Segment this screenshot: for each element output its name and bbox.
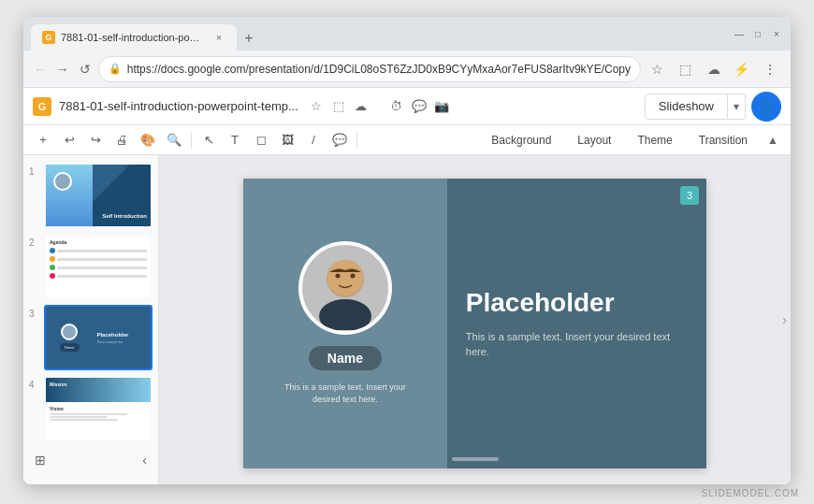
tab-close-button[interactable]: × (212, 31, 225, 44)
thumbnail-3[interactable]: 3 Name Placeholder This is a sample text… (29, 305, 153, 370)
title-bar: G 7881-01-self-introduction-powe... × + … (23, 17, 791, 50)
close-window-button[interactable]: × (770, 27, 783, 40)
thumb2-line-3 (57, 266, 147, 269)
history-icon[interactable]: ⏱ (386, 96, 407, 117)
bookmark-button[interactable]: ☆ (645, 56, 671, 82)
panel-bottom: ⊞ ‹ (29, 447, 153, 473)
cloud-button[interactable]: ☁ (701, 56, 727, 82)
minimize-button[interactable]: — (733, 27, 746, 40)
cloud-save-icon[interactable]: ☁ (351, 96, 371, 117)
slide-number-badge: 3 (680, 186, 699, 205)
thumb-img-3[interactable]: Name Placeholder This is a sample text. (44, 305, 153, 370)
refresh-button[interactable]: ↺ (76, 58, 94, 80)
shape-tool[interactable]: ◻ (249, 128, 273, 152)
canvas-right-arrow[interactable]: › (782, 312, 787, 327)
folder-icon[interactable]: ⬚ (328, 96, 349, 117)
forward-button[interactable]: → (53, 58, 72, 80)
thumb1-avatar (53, 172, 72, 191)
maximize-button[interactable]: □ (751, 27, 764, 40)
thumb2-dot-1 (50, 248, 55, 253)
format-tools: + ↩ ↪ 🖨 🎨 🔍 ↖ T ◻ 🖼 / 💬 (31, 128, 478, 152)
theme-button[interactable]: Theme (626, 130, 683, 151)
thumbnail-1[interactable]: 1 Self Introduction (29, 163, 153, 228)
thumb4-line-1 (50, 413, 127, 415)
thumb2-item-2 (50, 256, 147, 262)
back-button[interactable]: ← (31, 58, 50, 80)
slide-left-panel: Name This is a sample text. Insert your … (243, 179, 447, 468)
grid-view-icon[interactable]: ⊞ (35, 453, 46, 468)
thumb4-line-2 (50, 416, 108, 418)
transition-button[interactable]: Transition (688, 130, 759, 151)
comment-icon[interactable]: 💬 (409, 96, 429, 117)
thumb4-lines (50, 413, 147, 421)
thumb2-bg: Agenda (46, 236, 151, 297)
thumb4-title: Mission (50, 382, 67, 387)
thumbnail-4[interactable]: 4 Mission Vision (29, 376, 153, 441)
lock-icon: 🔒 (109, 63, 122, 75)
meet-icon[interactable]: 📷 (431, 96, 452, 117)
background-button[interactable]: Background (480, 130, 562, 151)
print-button[interactable]: 🖨 (109, 128, 134, 152)
star-icon[interactable]: ☆ (306, 96, 327, 117)
svg-point-2 (327, 260, 363, 295)
profile-button[interactable]: ⋮ (757, 56, 783, 82)
thumb4-bg: Mission Vision (46, 378, 151, 439)
app-favicon: G (33, 97, 51, 116)
address-actions: ☆ ⬚ ☁ ⚡ ⋮ (645, 56, 783, 82)
thumb-img-4[interactable]: Mission Vision (44, 376, 153, 441)
text-tool[interactable]: T (223, 128, 247, 152)
thumb2-dot-3 (50, 265, 55, 270)
cursor-tool[interactable]: ↖ (196, 128, 221, 152)
thumb2-title: Agenda (50, 239, 147, 245)
main-slide[interactable]: Name This is a sample text. Insert your … (243, 179, 706, 468)
screenshot-button[interactable]: ⬚ (673, 56, 699, 82)
slide-placeholder-title: Placeholder (466, 288, 688, 318)
thumbnails-panel: 1 Self Introduction 2 Agenda (23, 155, 159, 484)
app-tools: ⏱ 💬 📷 (386, 96, 452, 117)
thumbnail-2[interactable]: 2 Agenda (29, 234, 153, 299)
slide-placeholder-text: This is a sample text. Insert your desir… (466, 329, 688, 360)
collapse-toolbar-button[interactable]: ▲ (763, 130, 783, 151)
thumb-num-1: 1 (29, 166, 40, 177)
svg-point-3 (335, 274, 340, 279)
avatar-svg (303, 246, 387, 330)
thumb-num-3: 3 (29, 309, 40, 319)
thumb3-avatar (61, 324, 78, 340)
new-tab-button[interactable]: + (237, 26, 261, 50)
thumb2-line-4 (57, 275, 147, 278)
url-bar[interactable]: 🔒 https://docs.google.com/presentation/d… (98, 56, 641, 82)
add-tool-button[interactable]: + (31, 128, 55, 152)
slideshow-group: Slideshow ▾ 👤 (645, 92, 781, 122)
slide-name-label: Name (309, 346, 382, 370)
zoom-button[interactable]: 🔍 (162, 128, 186, 152)
collapse-panel-icon[interactable]: ‹ (142, 453, 147, 468)
app-title: 7881-01-self-introduction-powerpoint-tem… (59, 99, 298, 113)
watermark: SLIDEMODEL.COM (701, 488, 799, 498)
thumb2-line-2 (57, 258, 147, 261)
thumb4-bottom: Vision (46, 402, 151, 425)
image-tool[interactable]: 🖼 (275, 128, 299, 152)
share-button[interactable]: 👤 (751, 92, 781, 122)
comment-tool[interactable]: 💬 (327, 128, 352, 152)
line-tool[interactable]: / (301, 128, 326, 152)
thumb-img-2[interactable]: Agenda (44, 234, 153, 299)
undo-button[interactable]: ↩ (57, 128, 81, 152)
extensions-button[interactable]: ⚡ (729, 56, 755, 82)
thumb3-placeholder: Placeholder (96, 332, 147, 338)
thumb3-right: Placeholder This is a sample text. (93, 307, 151, 368)
thumb-num-4: 4 (29, 380, 40, 390)
thumb-img-1[interactable]: Self Introduction (44, 163, 153, 228)
layout-button[interactable]: Layout (566, 130, 622, 151)
thumb4-subtitle: Vision (50, 406, 147, 411)
thumb2-dot-4 (50, 273, 55, 279)
slideshow-button[interactable]: Slideshow (645, 94, 728, 120)
slideshow-dropdown[interactable]: ▾ (728, 94, 746, 120)
paint-button[interactable]: 🎨 (136, 128, 160, 152)
slide-canvas-area: Name This is a sample text. Insert your … (159, 155, 791, 484)
app-title-actions: ☆ ⬚ ☁ (306, 96, 371, 117)
divider-2 (356, 132, 357, 149)
right-toolbar: Background Layout Theme Transition ▲ (480, 130, 783, 151)
active-tab[interactable]: G 7881-01-self-introduction-powe... × (31, 24, 237, 50)
redo-button[interactable]: ↪ (83, 128, 108, 152)
thumb3-name: Name (60, 343, 80, 352)
